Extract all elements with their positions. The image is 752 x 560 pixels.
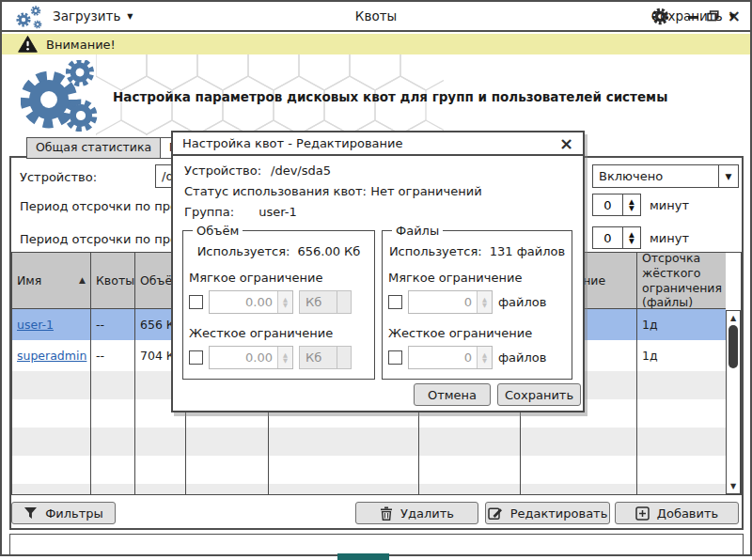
files-soft-checkbox[interactable] bbox=[388, 295, 402, 309]
scrollbar-thumb[interactable] bbox=[728, 325, 738, 368]
files-soft-label: Мягкое ограничение bbox=[388, 271, 566, 285]
scroll-up-icon[interactable]: ▲ bbox=[727, 314, 740, 322]
spinner-arrows-icon: ▲▼ bbox=[477, 291, 492, 313]
minutes-label: минут bbox=[650, 231, 689, 245]
add-button[interactable]: Добавить bbox=[615, 502, 739, 524]
edit-quota-dialog: Настройка квот - Редактирование × Устрой… bbox=[171, 131, 585, 412]
spinner-arrows-icon[interactable]: ▲▼ bbox=[622, 194, 640, 215]
add-label: Добавить bbox=[657, 506, 718, 521]
volume-hard-checkbox[interactable] bbox=[189, 350, 203, 365]
empty-row bbox=[12, 484, 726, 495]
taskbar-item bbox=[337, 553, 389, 560]
trash-icon bbox=[380, 506, 393, 521]
spinner-arrows-icon: ▲▼ bbox=[277, 347, 292, 368]
app-window: Загрузить ▼ Квоты Сохранить ▼ × bbox=[0, 0, 752, 556]
dialog-titlebar: Настройка квот - Редактирование × bbox=[173, 132, 583, 156]
cell-quotas: -- bbox=[91, 340, 135, 371]
dialog-device-value: /dev/sda5 bbox=[271, 163, 331, 178]
spinner-arrows-icon: ▲▼ bbox=[477, 347, 492, 368]
volume-soft-input[interactable] bbox=[210, 291, 277, 313]
column-header-quotas[interactable]: Квоты bbox=[91, 253, 135, 308]
page-title: Настройка параметров дисковых квот для г… bbox=[113, 89, 696, 104]
dialog-device-line: Устройство:/dev/sda5 bbox=[184, 163, 331, 178]
filters-button[interactable]: Фильтры bbox=[11, 502, 116, 524]
dialog-status-line: Статус использования квот: Нет ограничен… bbox=[184, 184, 482, 198]
volume-group-legend: Объём bbox=[193, 224, 243, 238]
volume-group: Объём Используется:656.00 Кб Мягкое огра… bbox=[182, 224, 375, 380]
spinner-arrows-icon[interactable]: ▲▼ bbox=[622, 227, 640, 248]
files-soft-input[interactable] bbox=[409, 291, 477, 313]
quota-state-select[interactable]: Включено ▼ bbox=[592, 164, 739, 188]
dialog-title: Настройка квот - Редактирование bbox=[182, 136, 403, 150]
volume-soft-unit-select[interactable]: Кб bbox=[299, 290, 352, 314]
files-unit-label: файлов bbox=[498, 350, 546, 365]
volume-soft-checkbox[interactable] bbox=[189, 295, 203, 309]
load-menu-button[interactable]: Загрузить ▼ bbox=[53, 2, 133, 30]
files-group: Файлы Используется:131 файлов Мягкое огр… bbox=[382, 224, 572, 380]
gears-icon bbox=[21, 60, 100, 132]
app-logo-gears-icon bbox=[13, 5, 45, 30]
files-unit-label: файлов bbox=[498, 295, 546, 309]
chevron-down-icon bbox=[337, 347, 351, 368]
warning-text: Внимание! bbox=[46, 38, 116, 52]
files-hard-spinner[interactable]: ▲▼ bbox=[408, 346, 493, 369]
user-link[interactable]: superadmin bbox=[17, 349, 86, 364]
filter-icon bbox=[24, 506, 38, 520]
files-soft-spinner[interactable]: ▲▼ bbox=[408, 290, 493, 314]
titlebar: Загрузить ▼ Квоты Сохранить ▼ × bbox=[2, 2, 750, 32]
grace-hard-input[interactable] bbox=[593, 227, 622, 248]
chevron-down-icon: ▼ bbox=[718, 165, 738, 187]
chevron-down-icon: ▼ bbox=[127, 12, 133, 21]
delete-button[interactable]: Удалить bbox=[355, 502, 478, 524]
cell-grace-hard-files: 1д bbox=[637, 309, 726, 340]
files-hard-label: Жесткое ограничение bbox=[388, 326, 566, 340]
device-label: Устройство: bbox=[20, 170, 97, 184]
minutes-label: минут bbox=[650, 198, 689, 212]
edit-pencil-icon bbox=[488, 506, 503, 520]
add-plus-icon bbox=[635, 506, 650, 521]
cell-quotas: -- bbox=[91, 309, 135, 340]
volume-hard-label: Жесткое ограничение bbox=[189, 326, 368, 340]
chevron-down-icon bbox=[337, 291, 351, 313]
scroll-down-icon[interactable]: ▼ bbox=[727, 482, 740, 490]
column-header-grace-hard-files[interactable]: Отсрочка жёсткого ограничения (файлы) bbox=[637, 253, 726, 308]
edit-label: Редактировать bbox=[510, 506, 608, 521]
warning-triangle-icon bbox=[18, 36, 38, 53]
volume-hard-input[interactable] bbox=[210, 347, 277, 368]
user-link[interactable]: user-1 bbox=[17, 318, 54, 333]
volume-hard-spinner[interactable]: ▲▼ bbox=[209, 346, 293, 369]
page-header: Настройка параметров дисковых квот для г… bbox=[2, 54, 750, 137]
status-bar bbox=[9, 534, 744, 555]
column-header-name[interactable]: Имя ▲ bbox=[12, 253, 91, 308]
warning-banner: Внимание! bbox=[2, 34, 750, 54]
load-menu-label: Загрузить bbox=[53, 8, 120, 23]
files-used: Используется:131 файлов bbox=[388, 244, 566, 258]
filters-label: Фильтры bbox=[45, 506, 103, 521]
dialog-close-button[interactable]: × bbox=[559, 135, 573, 152]
grace-soft-spinner[interactable]: ▲▼ bbox=[592, 194, 641, 216]
grace-soft-input[interactable] bbox=[593, 194, 622, 215]
files-group-legend: Файлы bbox=[392, 224, 443, 238]
empty-row bbox=[12, 456, 726, 484]
files-hard-checkbox[interactable] bbox=[388, 350, 402, 365]
spinner-arrows-icon: ▲▼ bbox=[277, 291, 292, 313]
cell-grace-hard-files: 1д bbox=[637, 340, 726, 371]
volume-hard-unit-select[interactable]: Кб bbox=[299, 346, 352, 369]
volume-soft-spinner[interactable]: ▲▼ bbox=[209, 290, 293, 314]
chevron-down-icon: ▼ bbox=[729, 12, 735, 21]
empty-row bbox=[12, 428, 726, 456]
window-title: Квоты bbox=[355, 2, 397, 30]
dialog-group-value: user-1 bbox=[258, 205, 297, 219]
tab-general-stats[interactable]: Общая статистика bbox=[26, 137, 161, 159]
sort-asc-icon: ▲ bbox=[79, 275, 86, 286]
edit-button[interactable]: Редактировать bbox=[485, 502, 610, 524]
dialog-save-button[interactable]: Сохранить bbox=[497, 383, 581, 406]
dialog-group-line: Группа:user-1 bbox=[184, 205, 297, 219]
delete-label: Удалить bbox=[400, 506, 454, 521]
grace-hard-spinner[interactable]: ▲▼ bbox=[592, 226, 641, 249]
save-menu-button[interactable]: Сохранить ▼ bbox=[651, 2, 735, 30]
quota-state-value: Включено bbox=[593, 165, 718, 187]
files-hard-input[interactable] bbox=[409, 347, 477, 368]
dialog-cancel-button[interactable]: Отмена bbox=[414, 383, 491, 406]
vertical-scrollbar[interactable]: ▲ ▼ bbox=[726, 310, 741, 494]
